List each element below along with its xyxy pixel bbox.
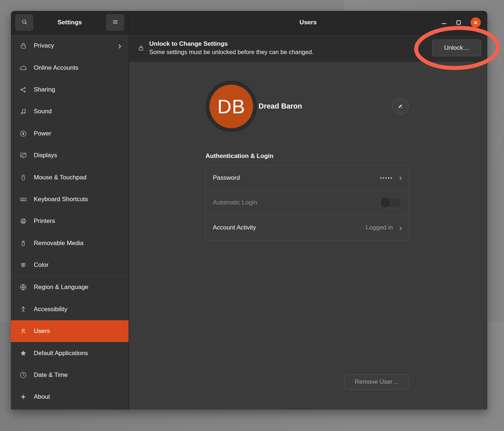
avatar-initials: DB [210, 85, 253, 128]
lock-icon [19, 41, 28, 50]
chevron-right-icon: › [399, 224, 402, 231]
automatic-login-row[interactable]: Automatic Login [206, 191, 409, 216]
window-controls: × [442, 11, 481, 34]
sidebar-item-label: Date & Time [34, 371, 68, 379]
titlebar: Users × [129, 11, 487, 34]
auth-section-heading: Authentication & Login [206, 153, 273, 160]
banner-text: Unlock to Change Settings Some settings … [149, 40, 313, 56]
color-icon [19, 261, 28, 269]
desktop-background: Settings Users × Privacy›Online Accounts… [0, 0, 504, 431]
lock-icon [138, 45, 145, 52]
music-note-icon [19, 107, 28, 116]
sidebar-item-keyboard-shortcuts[interactable]: Keyboard Shortcuts [11, 188, 129, 210]
sidebar-item-sharing[interactable]: Sharing [11, 79, 129, 101]
sidebar-header: Settings [11, 11, 129, 34]
user-name: Dread Baron [259, 102, 302, 110]
user-avatar[interactable]: DB [206, 81, 257, 132]
sidebar-item-label: Sound [34, 108, 52, 115]
sidebar-item-label: Printers [34, 217, 55, 225]
maximize-icon[interactable] [456, 20, 461, 25]
sidebar-item-sound[interactable]: Sound [11, 101, 129, 122]
sidebar-item-privacy[interactable]: Privacy› [11, 35, 129, 57]
chevron-right-icon: › [399, 174, 402, 181]
row-label: Password [213, 174, 240, 182]
toggle-knob [380, 197, 391, 208]
sidebar: Privacy›Online AccountsSharingSoundPower… [11, 34, 129, 410]
menu-button[interactable] [106, 14, 124, 31]
sidebar-item-power[interactable]: Power [11, 123, 129, 145]
row-right [380, 197, 402, 208]
main-panel: Unlock to Change Settings Some settings … [129, 34, 487, 410]
row-right: Logged in› [366, 224, 402, 231]
row-right: •••••› [380, 174, 402, 181]
sidebar-item-accessibility[interactable]: Accessibility [11, 298, 129, 320]
page-title: Users [300, 19, 317, 26]
unlock-banner: Unlock to Change Settings Some settings … [129, 34, 487, 62]
users-icon [19, 327, 28, 336]
sidebar-item-users[interactable]: Users [11, 320, 129, 342]
sidebar-item-mouse-touchpad[interactable]: Mouse & Touchpad [11, 166, 129, 188]
minimize-icon[interactable] [442, 20, 447, 25]
sidebar-item-label: Accessibility [34, 306, 68, 313]
sidebar-item-label: Mouse & Touchpad [34, 174, 86, 181]
edit-name-button[interactable] [392, 98, 409, 115]
sidebar-item-about[interactable]: About [11, 386, 129, 408]
row-label: Automatic Login [213, 199, 257, 206]
star-icon [19, 349, 28, 358]
sidebar-item-removable-media[interactable]: Removable Media [11, 232, 129, 254]
password-row[interactable]: Password•••••› [206, 166, 409, 191]
sparkle-icon [19, 393, 28, 401]
usb-drive-icon [19, 239, 28, 248]
close-icon[interactable]: × [471, 17, 481, 28]
sidebar-item-region-language[interactable]: Region & Language [11, 276, 129, 298]
chevron-right-icon: › [118, 42, 121, 50]
sidebar-item-label: Privacy [34, 42, 54, 49]
search-button[interactable] [15, 14, 33, 31]
sidebar-item-color[interactable]: Color [11, 254, 129, 276]
automatic-login-toggle[interactable] [380, 197, 402, 208]
sidebar-item-label: Displays [34, 152, 57, 159]
sidebar-item-displays[interactable]: Displays [11, 145, 129, 166]
hamburger-icon [111, 18, 119, 27]
settings-window: Settings Users × Privacy›Online Accounts… [11, 11, 487, 410]
remove-user-button[interactable]: Remove User… [344, 374, 409, 390]
sidebar-item-date-time[interactable]: Date & Time [11, 364, 129, 386]
clock-icon [19, 371, 28, 379]
share-icon [19, 85, 28, 94]
sidebar-item-label: Keyboard Shortcuts [34, 196, 88, 203]
sidebar-item-default-applications[interactable]: Default Applications [11, 342, 129, 364]
power-icon [19, 129, 28, 138]
sidebar-item-label: Online Accounts [34, 64, 78, 72]
sidebar-item-label: Removable Media [34, 240, 84, 247]
display-icon [19, 151, 28, 160]
banner-subtitle: Some settings must be unlocked before th… [149, 48, 313, 56]
sidebar-item-online-accounts[interactable]: Online Accounts [11, 57, 129, 78]
row-label: Account Activity [213, 224, 256, 231]
sidebar-item-label: Users [34, 328, 50, 335]
sidebar-item-printers[interactable]: Printers [11, 210, 129, 232]
sidebar-item-label: About [34, 393, 50, 400]
keyboard-icon [19, 195, 28, 204]
sidebar-item-label: Color [34, 261, 49, 269]
password-value: ••••• [380, 175, 393, 180]
globe-icon [19, 283, 28, 292]
cloud-icon [19, 64, 28, 72]
sidebar-list: Privacy›Online AccountsSharingSoundPower… [11, 35, 129, 408]
account-activity-value: Logged in [366, 224, 393, 231]
sidebar-item-label: Region & Language [34, 284, 88, 291]
auth-card: Password•••••›Automatic LoginAccount Act… [206, 165, 409, 241]
mouse-icon [19, 173, 28, 182]
banner-title: Unlock to Change Settings [149, 40, 313, 48]
sidebar-item-label: Default Applications [34, 350, 88, 357]
unlock-button[interactable]: Unlock… [432, 40, 481, 56]
sidebar-item-label: Power [34, 130, 51, 137]
search-icon [21, 18, 28, 27]
sidebar-item-label: Sharing [34, 86, 55, 93]
printer-icon [19, 217, 28, 225]
account-activity-row[interactable]: Account ActivityLogged in› [206, 215, 409, 240]
accessibility-icon [19, 305, 28, 314]
pencil-icon [397, 102, 404, 111]
